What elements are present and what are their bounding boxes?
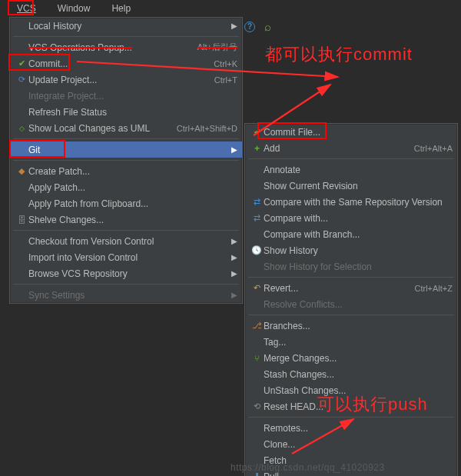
submenu-revert[interactable]: ↶ Revert... Ctrl+Alt+Z: [245, 280, 457, 296]
submenu-resolve-conflicts: Resolve Conflicts...: [245, 296, 457, 312]
separator: [248, 315, 454, 315]
menu-update-project[interactable]: ⟳ Update Project... Ctrl+T: [10, 72, 242, 88]
separator: [13, 284, 239, 285]
annotation-text-push: 可以执行push: [317, 393, 428, 416]
help-icon[interactable]: ?: [244, 22, 255, 32]
submenu-clone[interactable]: Clone...: [245, 436, 457, 452]
submenu-show-history-selection: Show History for Selection: [245, 258, 457, 275]
submenu-compare-with[interactable]: ⇄ Compare with...: [245, 210, 457, 226]
chevron-right-icon: ▶: [231, 22, 237, 30]
annotation-text-commit: 都可以执行commit: [265, 43, 413, 66]
separator: [248, 158, 454, 159]
menu-apply-patch-clipboard[interactable]: Apply Patch from Clipboard...: [10, 195, 242, 211]
menu-local-history[interactable]: Local History ▶: [10, 18, 242, 34]
revert-icon: ↶: [250, 283, 264, 293]
separator: [13, 138, 239, 139]
menu-sync-settings: Sync Settings ▶: [10, 287, 242, 303]
separator: [13, 160, 239, 161]
search-icon[interactable]: ⌕: [264, 20, 271, 33]
annotation-box-git: [9, 140, 65, 158]
annotation-box-commit: [8, 54, 70, 71]
menu-show-local-changes-uml[interactable]: ◇ Show Local Changes as UML Ctrl+Alt+Shi…: [10, 120, 242, 136]
watermark-text: https://blog.csdn.net/qq_41020923: [230, 462, 385, 473]
patch-icon: ◆: [15, 166, 28, 176]
menu-import-into-vc[interactable]: Import into Version Control ▶: [10, 249, 242, 265]
submenu-show-history[interactable]: 🕓 Show History: [245, 242, 457, 258]
shelve-icon: 🗄: [15, 215, 28, 225]
chevron-right-icon: ▶: [231, 291, 237, 299]
menu-vcs-operations-popup[interactable]: VCS Operations Popup... Alt+后引号: [10, 39, 242, 55]
menu-checkout-from-vc[interactable]: Checkout from Version Control ▶: [10, 233, 242, 249]
menu-create-patch[interactable]: ◆ Create Patch...: [10, 163, 242, 179]
diagram-icon: ◇: [15, 125, 28, 132]
chevron-right-icon: ▶: [231, 269, 237, 278]
chevron-right-icon: ▶: [231, 237, 237, 245]
submenu-merge-changes[interactable]: ⑂ Merge Changes...: [245, 350, 457, 366]
reset-icon: ⟲: [250, 401, 264, 411]
menu-browse-vcs-repository[interactable]: Browse VCS Repository ▶: [10, 265, 242, 281]
vcs-menu: Local History ▶ VCS Operations Popup... …: [9, 17, 243, 304]
submenu-show-current-revision[interactable]: Show Current Revision: [245, 178, 457, 194]
submenu-commit-file[interactable]: ✔ Commit File...: [245, 124, 457, 140]
plus-icon: ＋: [250, 142, 264, 154]
chevron-right-icon: ▶: [231, 253, 237, 261]
separator: [248, 277, 454, 278]
annotation-box-commit-file: [257, 122, 327, 139]
menu-shelve-changes[interactable]: 🗄 Shelve Changes...: [10, 211, 242, 228]
merge-icon: ⑂: [250, 354, 264, 363]
update-icon: ⟳: [15, 75, 28, 85]
submenu-remotes[interactable]: Remotes...: [245, 420, 457, 436]
separator: [248, 417, 454, 418]
menu-refresh-file-status[interactable]: Refresh File Status: [10, 104, 242, 120]
history-icon: 🕓: [250, 245, 264, 255]
annotation-box-vcs: [8, 0, 34, 15]
menu-commit[interactable]: ✔ Commit... Ctrl+K: [10, 55, 242, 72]
menu-integrate-project: Integrate Project...: [10, 88, 242, 104]
chevron-right-icon: ▶: [231, 145, 237, 154]
separator: [13, 230, 239, 231]
submenu-annotate[interactable]: Annotate: [245, 161, 457, 178]
menu-git[interactable]: Git ▶: [10, 141, 242, 158]
branch-icon: ⎇: [250, 321, 264, 331]
menu-apply-patch[interactable]: Apply Patch...: [10, 179, 242, 195]
toolbar-right: ? ⌕: [244, 20, 271, 33]
compare-icon: ⇄: [250, 197, 264, 207]
submenu-compare-branch[interactable]: Compare with Branch...: [245, 226, 457, 242]
git-submenu: ✔ Commit File... ＋ Add Ctrl+Alt+A Annota…: [244, 123, 458, 476]
menubar-window[interactable]: Window: [48, 2, 100, 15]
separator: [13, 36, 239, 37]
submenu-branches[interactable]: ⎇ Branches...: [245, 318, 457, 334]
submenu-compare-repo[interactable]: ⇄ Compare with the Same Repository Versi…: [245, 194, 457, 210]
submenu-stash-changes[interactable]: Stash Changes...: [245, 366, 457, 382]
submenu-add[interactable]: ＋ Add Ctrl+Alt+A: [245, 140, 457, 156]
submenu-tag[interactable]: Tag...: [245, 334, 457, 350]
menubar-help[interactable]: Help: [102, 2, 140, 15]
compare-icon: ⇄: [250, 213, 264, 223]
